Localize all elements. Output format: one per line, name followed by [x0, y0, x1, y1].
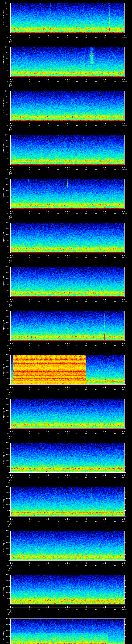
spectrogram-panel-175800: Frequency (Hz)02004006008001000510152025… — [0, 616, 132, 644]
y-tick-label: 800 — [0, 228, 10, 230]
x-tick-label: 40 — [84, 388, 89, 390]
x-tick-label: 20 — [46, 520, 51, 522]
x-tick-label: 20 — [46, 608, 51, 610]
y-tick-label: 600 — [0, 190, 10, 192]
x-tick-label: 10 — [27, 520, 32, 522]
x-tick-label: 50 — [103, 37, 108, 38]
spectrogram-panel-174800: Frequency (Hz)02004006008001000510152025… — [0, 176, 132, 220]
x-tick-label: 50 — [103, 564, 108, 566]
x-tick-label: 55 — [112, 433, 118, 434]
y-tick-label: 0 — [0, 560, 10, 561]
x-tick-label: 55 — [112, 37, 118, 38]
y-tick-label: 800 — [0, 272, 10, 274]
x-tick-label: 40 — [84, 345, 89, 346]
y-tick-label: 200 — [0, 202, 10, 204]
x-end-time-label: 52:00 — [117, 345, 132, 346]
y-tick-label: 400 — [0, 636, 10, 637]
x-tick-label: 40 — [84, 81, 89, 82]
x-tick-label: 30 — [65, 169, 70, 170]
x-tick-label: 40 — [84, 37, 89, 38]
x-tick-label: 15 — [36, 608, 42, 610]
x-start-time-label: 17:46:00 — [4, 125, 18, 126]
y-tick-label: 0 — [0, 516, 10, 517]
date-line: 2015 — [5, 86, 16, 87]
x-tick-label: 50 — [103, 388, 108, 390]
spectrogram-stack: Frequency (Hz)02004006008001000510152025… — [0, 0, 132, 644]
x-tick-label: 40 — [84, 301, 89, 302]
x-tick-label: 55 — [112, 345, 118, 346]
x-tick-label: 20 — [46, 37, 51, 38]
x-tick-label: 15 — [36, 169, 42, 170]
x-tick-label: 30 — [65, 125, 70, 126]
y-tick-label: 1000 — [0, 442, 10, 444]
spectrogram-panel-174500: Frequency (Hz)02004006008001000510152025… — [0, 44, 132, 88]
x-tick-label: 35 — [74, 213, 80, 214]
x-tick-label: 20 — [46, 81, 51, 82]
x-tick-label: 15 — [36, 476, 42, 478]
y-tick-label: 400 — [0, 196, 10, 198]
y-tick-label: 600 — [0, 542, 10, 543]
x-tick-label: 35 — [74, 81, 80, 82]
y-tick-label: 600 — [0, 586, 10, 587]
x-tick-label: 40 — [84, 433, 89, 434]
x-tick-label: 15 — [36, 388, 42, 390]
y-tick-label: 800 — [0, 536, 10, 537]
x-tick-label: 45 — [93, 564, 98, 566]
x-end-time-label: 47:00 — [117, 125, 132, 126]
x-tick-label: 35 — [74, 520, 80, 522]
spectrogram-panel-175300: Frequency (Hz)02004006008001000510152025… — [0, 396, 132, 440]
y-tick-label: 600 — [0, 102, 10, 104]
y-tick-label: 400 — [0, 504, 10, 505]
spectrogram-panel-175100: Frequency (Hz)02004006008001000510152025… — [0, 308, 132, 352]
x-end-time-label: 45:00 — [117, 37, 132, 38]
spectrogram-panel-174700: Frequency (Hz)02004006008001000510152025… — [0, 132, 132, 176]
x-tick-label: 25 — [55, 388, 60, 390]
y-tick-label: 600 — [0, 58, 10, 60]
y-tick-label: 800 — [0, 492, 10, 493]
y-tick-label: 0 — [0, 120, 10, 122]
y-tick-label: 200 — [0, 26, 10, 28]
x-tick-label: 15 — [36, 213, 42, 214]
y-tick-label: 0 — [0, 340, 10, 341]
x-tick-label: 20 — [46, 169, 51, 170]
x-start-time-label: 17:45:00 — [4, 81, 18, 82]
y-tick-label: 0 — [0, 384, 10, 385]
x-tick-label: 40 — [84, 125, 89, 126]
x-start-time-label: 17:47:00 — [4, 169, 18, 170]
y-tick-label: 1000 — [0, 266, 10, 268]
x-tick-label: 15 — [36, 257, 42, 258]
x-tick-label: 30 — [65, 433, 70, 434]
y-tick-label: 800 — [0, 404, 10, 406]
date-line: 2015 — [5, 218, 16, 219]
x-tick-label: 50 — [103, 169, 108, 170]
date-line: 2015 — [5, 350, 16, 351]
y-tick-label: 400 — [0, 108, 10, 110]
x-tick-label: 50 — [103, 345, 108, 346]
date-line: 2015 — [5, 438, 16, 439]
x-start-time-label: 17:44:00 — [4, 37, 18, 38]
x-tick-label: 30 — [65, 213, 70, 214]
x-tick-label: 10 — [27, 125, 32, 126]
x-tick-label: 20 — [46, 433, 51, 434]
x-tick-label: 15 — [36, 125, 42, 126]
x-start-time-label: 17:50:00 — [4, 301, 18, 302]
x-tick-label: 40 — [84, 169, 89, 170]
x-tick-label: 20 — [46, 345, 51, 346]
x-tick-label: 45 — [93, 433, 98, 434]
x-end-time-label: 50:00 — [117, 257, 132, 258]
x-tick-label: 40 — [84, 564, 89, 566]
y-tick-label: 800 — [0, 360, 10, 362]
date-line: 2015 — [5, 306, 16, 307]
y-tick-label: 0 — [0, 604, 10, 605]
x-tick-label: 25 — [55, 476, 60, 478]
y-tick-label: 0 — [0, 296, 10, 298]
spectrogram-panel-175700: Frequency (Hz)02004006008001000510152025… — [0, 572, 132, 616]
y-tick-label: 200 — [0, 70, 10, 72]
x-tick-label: 40 — [84, 213, 89, 214]
y-tick-label: 200 — [0, 510, 10, 511]
x-tick-label: 30 — [65, 37, 70, 38]
y-tick-label: 400 — [0, 416, 10, 418]
x-tick-label: 15 — [36, 301, 42, 302]
x-tick-label: 30 — [65, 608, 70, 610]
y-tick-label: 600 — [0, 322, 10, 324]
